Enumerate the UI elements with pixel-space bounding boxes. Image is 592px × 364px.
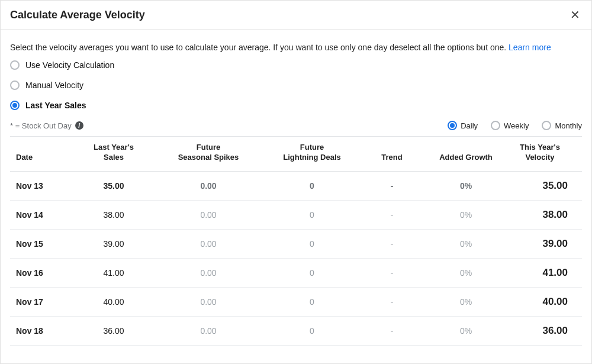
cell-velocity: 39.00 bbox=[507, 229, 582, 258]
col-date: Date bbox=[10, 137, 75, 171]
col-added-growth: Added Growth bbox=[424, 137, 507, 171]
cell-seasonal-spikes: 0.00 bbox=[152, 316, 265, 345]
cell-lightning-deals: 0 bbox=[265, 229, 359, 258]
modal-header: Calculate Average Velocity ✕ bbox=[1, 1, 591, 30]
velocity-table-wrap: Date Last Year's Sales Future Seasonal S… bbox=[10, 136, 582, 346]
table-row: Nov 1438.000.000-0%38.00 bbox=[10, 200, 582, 229]
cell-trend: - bbox=[359, 258, 424, 287]
cell-added-growth: 0% bbox=[424, 229, 507, 258]
calc-option[interactable]: Last Year Sales bbox=[10, 101, 582, 110]
cell-lightning-deals: 0 bbox=[265, 171, 359, 200]
period-toggle-group: DailyWeeklyMonthly bbox=[448, 121, 582, 130]
cell-last-year-sales: 35.00 bbox=[75, 171, 152, 200]
table-header-row: Date Last Year's Sales Future Seasonal S… bbox=[10, 137, 582, 171]
cell-date: Nov 17 bbox=[10, 287, 75, 316]
cell-lightning-deals: 0 bbox=[265, 200, 359, 229]
period-option[interactable]: Monthly bbox=[542, 121, 582, 130]
period-option-label: Weekly bbox=[504, 121, 529, 130]
legend-row: * = Stock Out Day i DailyWeeklyMonthly bbox=[10, 121, 582, 130]
table-row: Nov 1641.000.000-0%41.00 bbox=[10, 258, 582, 287]
calc-option[interactable]: Use Velocity Calculation bbox=[10, 60, 582, 70]
close-button[interactable]: ✕ bbox=[568, 8, 582, 22]
calc-option-label: Use Velocity Calculation bbox=[25, 60, 114, 70]
cell-lightning-deals: 0 bbox=[265, 258, 359, 287]
cell-added-growth: 0% bbox=[424, 287, 507, 316]
cell-seasonal-spikes: 0.00 bbox=[152, 229, 265, 258]
col-last-year-sales: Last Year's Sales bbox=[75, 137, 152, 171]
cell-last-year-sales: 38.00 bbox=[75, 200, 152, 229]
cell-date: Nov 13 bbox=[10, 171, 75, 200]
radio-icon bbox=[448, 121, 457, 130]
cell-trend: - bbox=[359, 171, 424, 200]
cell-date: Nov 18 bbox=[10, 316, 75, 345]
calc-option[interactable]: Manual Velocity bbox=[10, 80, 582, 90]
cell-last-year-sales: 36.00 bbox=[75, 316, 152, 345]
col-future-seasonal-spikes: Future Seasonal Spikes bbox=[152, 137, 265, 171]
stock-out-note: * = Stock Out Day i bbox=[10, 121, 83, 130]
cell-seasonal-spikes: 0.00 bbox=[152, 287, 265, 316]
cell-added-growth: 0% bbox=[424, 200, 507, 229]
cell-trend: - bbox=[359, 316, 424, 345]
cell-velocity: 40.00 bbox=[507, 287, 582, 316]
stock-out-text: * = Stock Out Day bbox=[10, 121, 72, 130]
period-option-label: Monthly bbox=[555, 121, 582, 130]
radio-icon bbox=[491, 121, 500, 130]
table-row: Nov 1740.000.000-0%40.00 bbox=[10, 287, 582, 316]
cell-date: Nov 16 bbox=[10, 258, 75, 287]
cell-trend: - bbox=[359, 229, 424, 258]
modal-content: Select the velocity averages you want to… bbox=[1, 30, 591, 346]
table-row: Nov 1836.000.000-0%36.00 bbox=[10, 316, 582, 345]
period-option-label: Daily bbox=[461, 121, 478, 130]
cell-lightning-deals: 0 bbox=[265, 316, 359, 345]
col-trend: Trend bbox=[359, 137, 424, 171]
radio-icon bbox=[542, 121, 551, 130]
col-future-lightning-deals: Future Lightning Deals bbox=[265, 137, 359, 171]
col-this-year-velocity: This Year's Velocity bbox=[507, 137, 582, 171]
cell-added-growth: 0% bbox=[424, 316, 507, 345]
cell-added-growth: 0% bbox=[424, 171, 507, 200]
velocity-table: Date Last Year's Sales Future Seasonal S… bbox=[10, 137, 582, 346]
cell-velocity: 41.00 bbox=[507, 258, 582, 287]
cell-added-growth: 0% bbox=[424, 258, 507, 287]
cell-seasonal-spikes: 0.00 bbox=[152, 200, 265, 229]
table-body: Nov 1335.000.000-0%35.00Nov 1438.000.000… bbox=[10, 171, 582, 345]
calc-option-label: Manual Velocity bbox=[25, 80, 83, 90]
cell-trend: - bbox=[359, 287, 424, 316]
cell-velocity: 36.00 bbox=[507, 316, 582, 345]
cell-last-year-sales: 40.00 bbox=[75, 287, 152, 316]
table-row: Nov 1335.000.000-0%35.00 bbox=[10, 171, 582, 200]
period-option[interactable]: Weekly bbox=[491, 121, 529, 130]
cell-date: Nov 14 bbox=[10, 200, 75, 229]
info-icon[interactable]: i bbox=[75, 121, 83, 130]
period-option[interactable]: Daily bbox=[448, 121, 478, 130]
intro-text: Select the velocity averages you want to… bbox=[10, 43, 582, 52]
table-row: Nov 1539.000.000-0%39.00 bbox=[10, 229, 582, 258]
radio-icon bbox=[10, 101, 20, 110]
modal-title: Calculate Average Velocity bbox=[10, 9, 145, 21]
radio-icon bbox=[10, 80, 20, 90]
cell-last-year-sales: 41.00 bbox=[75, 258, 152, 287]
cell-last-year-sales: 39.00 bbox=[75, 229, 152, 258]
cell-velocity: 35.00 bbox=[507, 171, 582, 200]
calc-option-group: Use Velocity CalculationManual VelocityL… bbox=[10, 60, 582, 110]
cell-trend: - bbox=[359, 200, 424, 229]
cell-seasonal-spikes: 0.00 bbox=[152, 171, 265, 200]
cell-velocity: 38.00 bbox=[507, 200, 582, 229]
calc-option-label: Last Year Sales bbox=[25, 101, 86, 110]
cell-date: Nov 15 bbox=[10, 229, 75, 258]
cell-seasonal-spikes: 0.00 bbox=[152, 258, 265, 287]
radio-icon bbox=[10, 60, 20, 70]
intro-body: Select the velocity averages you want to… bbox=[10, 43, 506, 52]
learn-more-link[interactable]: Learn more bbox=[509, 43, 551, 52]
cell-lightning-deals: 0 bbox=[265, 287, 359, 316]
close-icon: ✕ bbox=[570, 9, 580, 21]
